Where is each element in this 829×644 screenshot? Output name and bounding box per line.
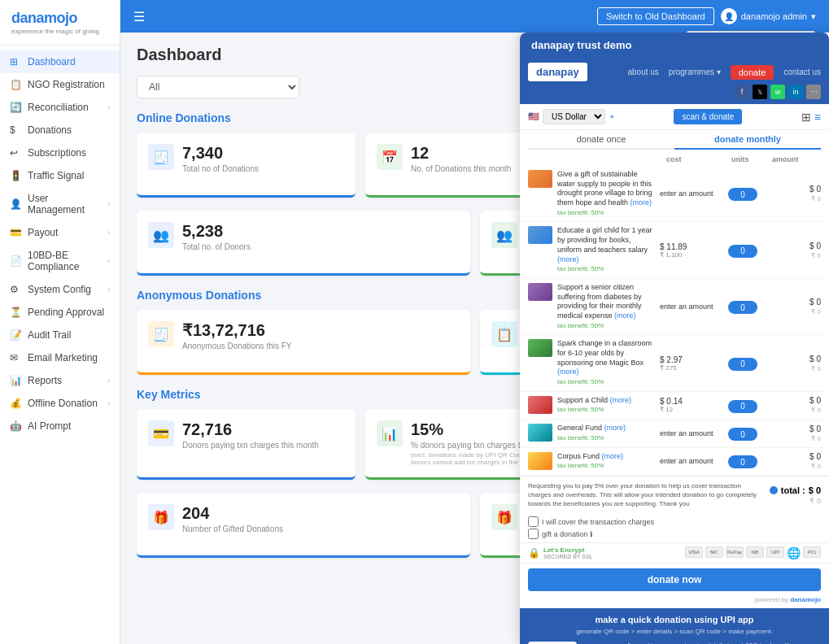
tab-donate-monthly[interactable]: donate monthly [674,130,821,150]
donate-cost-magic: $ 2.97₹ 275 [660,355,725,372]
card-value-total-donations: 7,340 [182,144,259,162]
donate-text-magic: Spark change in a classroom for 6-10 yea… [557,339,657,386]
nav-label-ngo-registration: NGO Registration [28,79,110,90]
sidebar-item-audit-trail[interactable]: 📝 Audit Trail [0,324,120,346]
sidebar-item-email-marketing[interactable]: ✉ Email Marketing [0,346,120,369]
donate-amount-child: $ 0₹ 0 [772,396,821,414]
modal-nav-programmes[interactable]: programmes ▾ [669,67,721,76]
total-label: total : [781,485,805,495]
more-link-senior[interactable]: (more) [614,311,636,320]
donate-img-senior [528,283,552,301]
nav-icon-offline-donation: 💰 [10,398,21,409]
donate-units-corpus-input[interactable] [728,455,757,468]
twitter-icon[interactable]: 𝕏 [753,85,767,99]
list-view-icon[interactable]: ≡ [814,111,821,124]
card-icon-total-donors: 👥 [148,222,174,248]
user-menu-button[interactable]: 👤 danamojo admin ▾ [721,8,816,24]
donate-units-senior-input[interactable] [728,301,757,314]
tab-donate-once[interactable]: donate once [528,130,674,148]
nav-icon-reconciliation: 🔄 [10,102,21,113]
modal-logo: danapay [528,63,587,81]
nav-label-payout: Payout [28,227,107,238]
more-link-magic[interactable]: (more) [557,368,579,376]
globe-icon: 🌐 [787,546,801,559]
card-icon-txn-percent: 📊 [377,420,403,446]
donate-units-child-input[interactable] [728,400,757,413]
sidebar-item-reports[interactable]: 📊 Reports › [0,369,120,392]
total-inr: ₹ 0 [809,497,821,505]
donate-units-general-input[interactable] [728,428,757,441]
nav-arrow-reconciliation: › [107,103,110,111]
nav-icon-payout: 💳 [10,227,21,238]
nav-label-reconciliation: Reconciliation [28,102,107,113]
scan-donate-button[interactable]: scan & donate [674,109,742,124]
sidebar-item-subscriptions[interactable]: ↩ Subscriptions [0,141,120,164]
donate-img-corpus [528,452,552,470]
hamburger-icon[interactable]: ☰ [133,9,145,24]
sidebar-item-offline-donation[interactable]: 💰 Offline Donation › [0,392,120,415]
payment-icons: VISA MC RuPay NB UPI 🌐 PCI [685,546,821,559]
card-value-anonymous: ₹13,72,716 [182,321,292,339]
facebook-icon[interactable]: f [735,85,749,99]
more-link[interactable]: (more) [630,198,652,207]
sidebar-item-reconciliation[interactable]: 🔄 Reconciliation › [0,96,120,119]
logo: danamojo experience the magic of giving [0,0,120,46]
nav-label-email-marketing: Email Marketing [28,352,110,363]
currency-select[interactable]: US Dollar [543,109,605,124]
donate-cost-education: $ 11.89₹ 1,100 [660,242,725,259]
visa-icon: VISA [685,546,703,558]
modal-nav-donate[interactable]: donate [731,65,774,80]
sidebar-item-pending-approval[interactable]: ⏳ Pending Approval [0,301,120,324]
nav-icon-donations: $ [10,124,21,136]
donate-now-button[interactable]: donate now [528,568,821,591]
donate-img-water [528,170,552,188]
sidebar-item-ngo-registration[interactable]: 📋 NGO Registration [0,73,120,96]
donate-amount-general: $ 0₹ 0 [772,424,821,442]
modal-nav-contact[interactable]: contact us [783,67,821,76]
card-icon-gifted-number: 🎁 [148,504,174,530]
more-link-general[interactable]: (more) [604,424,626,432]
donate-units-water-input[interactable] [728,188,757,201]
more-link-corpus[interactable]: (more) [602,452,624,460]
modal-nav-about[interactable]: about us [627,67,658,76]
whatsapp-icon[interactable]: w [770,85,785,99]
nav-label-10bd-be: 10BD-BE Compliance [28,250,107,272]
sidebar-item-payout[interactable]: 💳 Payout › [0,221,120,244]
sidebar-item-donations[interactable]: $ Donations [0,119,120,141]
sidebar-item-ai-prompt[interactable]: 🤖 AI Prompt [0,415,120,437]
upi-section-title: make a quick donation using UPI app [528,615,821,624]
nav-arrow-payout: › [107,228,110,237]
card-icon-monthly-donations: 📅 [377,144,403,170]
nav-arrow-10bd-be: › [107,257,110,265]
upi-steps: generate QR code > enter details > scan … [528,628,821,635]
filter-select[interactable]: All [137,76,299,98]
gift-donation-checkbox[interactable] [528,529,539,539]
sidebar-item-dashboard[interactable]: ⊞ Dashboard [0,50,120,73]
card-label-monthly-donations: No. of Donations this month [411,164,511,173]
sidebar-item-user-management[interactable]: 👤 User Management › [0,187,120,221]
card-icon-donations: 🧾 [148,144,174,170]
linkedin-icon[interactable]: in [788,85,803,99]
donate-cost-water: enter an amount [660,189,725,198]
more-link-edu[interactable]: (more) [557,255,579,263]
more-link-child[interactable]: (more) [610,396,632,404]
modal-brand-nav: danapay about us programmes ▾ donate con… [520,58,829,104]
grid-view-icon[interactable]: ⊞ [801,111,811,124]
switch-old-dashboard-button[interactable]: Switch to Old Dashboard [597,7,714,25]
donate-row-senior: Support a senior citizen suffering from … [520,279,829,335]
sidebar-item-traffic-signal[interactable]: 🚦 Traffic Signal [0,164,120,187]
donate-units-education-input[interactable] [728,245,757,258]
upi-icon: UPI [766,546,784,558]
donate-text-corpus: Corpus Fund (more)tax benefit: 50% [557,452,623,471]
topbar-left: ☰ [133,9,145,24]
share-icon[interactable]: ⋯ [806,85,821,99]
user-dropdown-arrow: ▾ [811,11,816,22]
nav-label-offline-donation: Offline Donation [28,398,107,409]
currency-toggle[interactable]: ⚬ [609,112,615,121]
donate-units-magic-input[interactable] [728,358,757,371]
sidebar-item-10bd-be[interactable]: 📄 10BD-BE Compliance › [0,244,120,278]
cover-charges-checkbox[interactable] [528,516,539,527]
sidebar-item-system-config[interactable]: ⚙ System Config › [0,278,120,301]
card-anonymous-fy: 🧾 ₹13,72,716 Anonymous Donations this FY [137,310,470,375]
nav-icon-subscriptions: ↩ [10,147,21,159]
